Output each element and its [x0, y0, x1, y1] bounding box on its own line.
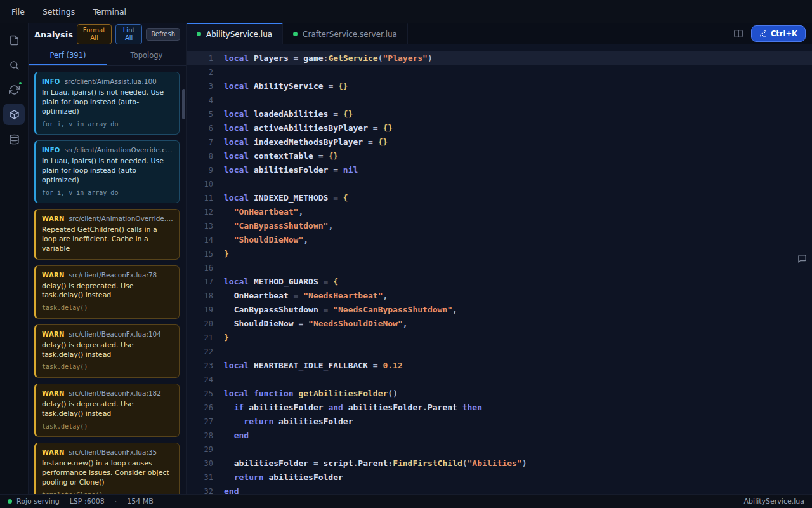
- code-line[interactable]: 14 "ShouldDieNow",: [187, 233, 812, 247]
- code-line[interactable]: 5local loadedAbilities = {}: [187, 107, 812, 121]
- code-line[interactable]: 29: [187, 443, 812, 457]
- line-number[interactable]: 10: [187, 177, 213, 191]
- lint-card[interactable]: WARNsrc/client/BeaconFx.lua:35Instance.n…: [34, 443, 180, 494]
- lint-card[interactable]: WARNsrc/client/BeaconFx.lua:104delay() i…: [34, 324, 180, 378]
- line-number[interactable]: 30: [187, 457, 213, 471]
- code-line[interactable]: 13 "CanBypassShutdown",: [187, 219, 812, 233]
- code-line[interactable]: 4: [187, 93, 812, 107]
- code-line[interactable]: 7local indexedMethodsByPlayer = {}: [187, 135, 812, 149]
- line-number[interactable]: 21: [187, 331, 213, 345]
- lsp-status[interactable]: LSP :6008: [70, 497, 105, 505]
- menu-terminal[interactable]: Terminal: [93, 7, 126, 17]
- code-line[interactable]: 18 OnHeartbeat = "NeedsHeartbeat",: [187, 289, 812, 303]
- sync-icon[interactable]: [3, 79, 25, 100]
- line-number[interactable]: 11: [187, 191, 213, 205]
- line-number[interactable]: 19: [187, 303, 213, 317]
- lint-card[interactable]: WARNsrc/client/BeaconFx.lua:182delay() i…: [34, 384, 180, 437]
- line-number[interactable]: 5: [187, 107, 213, 121]
- code-line[interactable]: 6local activeAbilitiesByPlayer = {}: [187, 121, 812, 135]
- code-line[interactable]: 30 abilitiesFolder = script.Parent:FindF…: [187, 457, 812, 471]
- menu-file[interactable]: File: [11, 7, 25, 17]
- comment-bubble-icon[interactable]: [797, 254, 807, 266]
- line-number[interactable]: 14: [187, 233, 213, 247]
- line-number[interactable]: 20: [187, 317, 213, 331]
- code-line[interactable]: 2: [187, 65, 812, 79]
- line-number[interactable]: 22: [187, 345, 213, 359]
- menu-settings[interactable]: Settings: [43, 7, 75, 17]
- code-line[interactable]: 23local HEARTBEAT_IDLE_FALLBACK = 0.12: [187, 359, 812, 373]
- code-line[interactable]: 9local abilitiesFolder = nil: [187, 163, 812, 177]
- line-number[interactable]: 3: [187, 79, 213, 93]
- code-line[interactable]: 32end: [187, 485, 812, 494]
- code-line[interactable]: 10: [187, 177, 812, 191]
- search-icon[interactable]: [3, 54, 25, 76]
- rojo-status[interactable]: Rojo serving: [16, 497, 60, 505]
- code-line-content: local Players = game:GetService("Players…: [224, 51, 433, 65]
- ctrl-k-button[interactable]: Ctrl+K: [751, 25, 806, 42]
- refresh-button[interactable]: Refresh: [146, 28, 180, 41]
- line-number[interactable]: 24: [187, 373, 213, 387]
- line-number[interactable]: 15: [187, 247, 213, 261]
- code-line[interactable]: 19 CanBypassShutdown = "NeedsCanBypassSh…: [187, 303, 812, 317]
- lint-card[interactable]: WARNsrc/client/AnimationOverride.client.…: [34, 209, 180, 260]
- sidebar-scrollbar[interactable]: [182, 89, 185, 119]
- code-line[interactable]: 28 end: [187, 429, 812, 443]
- lint-card[interactable]: INFOsrc/client/AnimationOverride.client.…: [34, 140, 180, 203]
- line-number[interactable]: 2: [187, 65, 213, 79]
- line-number[interactable]: 18: [187, 289, 213, 303]
- line-number[interactable]: 31: [187, 471, 213, 485]
- line-number[interactable]: 6: [187, 121, 213, 135]
- database-icon[interactable]: [3, 128, 25, 150]
- code-line[interactable]: 24: [187, 373, 812, 387]
- line-number[interactable]: 17: [187, 275, 213, 289]
- line-number[interactable]: 4: [187, 93, 213, 107]
- activity-bar: [0, 23, 28, 494]
- line-number[interactable]: 25: [187, 387, 213, 401]
- code-line[interactable]: 3local AbilityService = {}: [187, 79, 812, 93]
- line-number[interactable]: 28: [187, 429, 213, 443]
- code-token: nil: [343, 165, 358, 175]
- code-line[interactable]: 1local Players = game:GetService("Player…: [187, 51, 812, 65]
- code-line[interactable]: 20 ShouldDieNow = "NeedsShouldDieNow",: [187, 317, 812, 331]
- code-line[interactable]: 17local METHOD_GUARDS = {: [187, 275, 812, 289]
- code-line[interactable]: 11local INDEXED_METHODS = {: [187, 191, 812, 205]
- line-number[interactable]: 29: [187, 443, 213, 457]
- line-number[interactable]: 23: [187, 359, 213, 373]
- code-line[interactable]: 16: [187, 261, 812, 275]
- code-line[interactable]: 25local function getAbilitiesFolder(): [187, 387, 812, 401]
- format-all-button[interactable]: Format All: [77, 24, 112, 44]
- editor-tab-abilityservice[interactable]: AbilityService.lua: [187, 23, 283, 44]
- tab-perf[interactable]: Perf (391): [29, 46, 107, 65]
- current-file-name[interactable]: AbilityService.lua: [744, 497, 804, 505]
- code-token: [249, 389, 254, 398]
- line-number[interactable]: 13: [187, 219, 213, 233]
- code-line[interactable]: 21}: [187, 331, 812, 345]
- editor-tab-crafterservice[interactable]: CrafterService.server.lua: [283, 23, 408, 44]
- line-number[interactable]: 8: [187, 149, 213, 163]
- code-token: [224, 472, 234, 482]
- line-number[interactable]: 27: [187, 415, 213, 429]
- code-line[interactable]: 27 return abilitiesFolder: [187, 415, 812, 429]
- line-number[interactable]: 12: [187, 205, 213, 219]
- line-number[interactable]: 16: [187, 261, 213, 275]
- line-number[interactable]: 9: [187, 163, 213, 177]
- tab-topology[interactable]: Topology: [107, 46, 186, 65]
- code-line[interactable]: 12 "OnHeartbeat",: [187, 205, 812, 219]
- code-line[interactable]: 15}: [187, 247, 812, 261]
- package-icon[interactable]: [3, 104, 25, 125]
- line-number[interactable]: 26: [187, 401, 213, 415]
- code-line[interactable]: 31 return abilitiesFolder: [187, 471, 812, 485]
- lint-all-button[interactable]: Lint All: [115, 24, 142, 44]
- lint-card[interactable]: WARNsrc/client/BeaconFx.lua:78delay() is…: [34, 265, 180, 319]
- files-icon[interactable]: [3, 29, 25, 51]
- split-editor-icon[interactable]: [733, 29, 743, 39]
- lint-card[interactable]: INFOsrc/client/AimAssist.lua:100In Luau,…: [34, 72, 180, 135]
- line-number[interactable]: 32: [187, 485, 213, 494]
- code-area[interactable]: 1local Players = game:GetService("Player…: [187, 44, 812, 494]
- line-number[interactable]: 7: [187, 135, 213, 149]
- code-line[interactable]: 22: [187, 345, 812, 359]
- code-token: HEARTBEAT_IDLE_FALLBACK: [249, 361, 373, 370]
- code-line[interactable]: 26 if abilitiesFolder and abilitiesFolde…: [187, 401, 812, 415]
- line-number[interactable]: 1: [187, 51, 213, 65]
- code-line[interactable]: 8local contextTable = {}: [187, 149, 812, 163]
